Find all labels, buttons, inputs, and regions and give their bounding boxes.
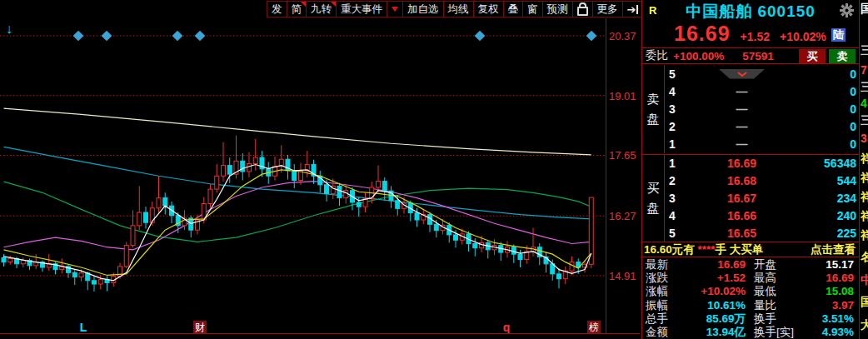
stat-label: 最高	[751, 272, 809, 285]
buy-depth: 买盘 116.6956348216.68544316.67234416.6624…	[642, 154, 859, 242]
price-change-pct: +10.02%	[780, 30, 826, 43]
depth-row[interactable]: 216.68544	[665, 172, 859, 190]
depth-row[interactable]: 416.66240	[665, 207, 859, 224]
candle	[396, 201, 400, 208]
stat-label: 金额	[642, 326, 684, 339]
buy-depth-label: 买盘	[642, 155, 665, 242]
depth-price: 16.66	[687, 209, 796, 222]
bottom-label: 榜	[588, 322, 599, 333]
depth-volume: 225	[796, 227, 859, 240]
candle	[357, 202, 361, 207]
down-arrow-icon: ↓	[6, 22, 12, 36]
candle	[150, 208, 154, 222]
stat-label: 涨幅	[642, 285, 684, 298]
depth-price: 16.65	[687, 227, 796, 240]
candle	[454, 235, 458, 240]
kline-chart[interactable]: ↓L财q榜	[0, 18, 606, 337]
axis-line	[606, 18, 606, 333]
big-order-view-link[interactable]: 点击查看	[811, 242, 856, 257]
toolbar: 发简九转重大事件加自选均线复权叠窗预测更多➔	[267, 1, 659, 17]
buy-button[interactable]: 买	[799, 49, 826, 63]
clipped-char: 中	[861, 273, 868, 288]
depth-level: 3	[665, 102, 687, 116]
depth-row[interactable]: 516.65225	[665, 224, 859, 242]
candle	[247, 163, 252, 171]
depth-row[interactable]: 1—0	[665, 136, 859, 153]
depth-level: 1	[665, 157, 687, 170]
big-order-alert[interactable]: 16.60元有 ****手 大买单 点击查看	[642, 242, 859, 257]
candle	[518, 254, 522, 259]
depth-row[interactable]: 50	[665, 65, 859, 82]
candle	[382, 182, 387, 192]
toolbar-tb-overlay[interactable]: 叠	[503, 1, 524, 17]
depth-row[interactable]: 3—0	[665, 100, 859, 117]
clipped-char: 4	[861, 97, 867, 110]
depth-row[interactable]: 316.67234	[665, 190, 859, 207]
collapse-chevron-icon[interactable]	[719, 69, 766, 79]
toolbar-tb-window[interactable]: 窗	[522, 1, 543, 17]
toolbar-tb-ma[interactable]: 均线	[443, 1, 474, 17]
depth-price: —	[687, 137, 796, 151]
candle	[415, 213, 419, 220]
clipped-char: 大	[861, 318, 868, 333]
depth-price: 16.69	[687, 157, 796, 170]
sell-button[interactable]: 卖	[829, 49, 856, 63]
clipped-char: 三	[861, 80, 868, 95]
price-axis: 20.3719.0117.6516.2714.91	[609, 0, 641, 339]
diamond-marker	[73, 31, 84, 42]
depth-row[interactable]: 4—0	[665, 82, 859, 100]
candle	[253, 157, 257, 163]
depth-level: 5	[665, 227, 687, 240]
candle	[79, 273, 83, 277]
candle	[131, 226, 135, 246]
clipped-char: 7	[861, 63, 867, 77]
stat-label: 开盘	[751, 258, 809, 272]
candle	[434, 224, 438, 230]
ma-yellow	[4, 170, 591, 276]
toolbar-major-events-dropdown[interactable]	[387, 1, 403, 17]
clipped-char: 祥	[861, 209, 868, 224]
lock-icon	[577, 7, 588, 16]
big-order-segment: 元有	[672, 243, 698, 256]
toolbar-tb-fa[interactable]: 发	[267, 1, 287, 17]
candle	[337, 186, 342, 197]
depth-level: 5	[665, 67, 687, 81]
candle	[21, 261, 25, 264]
sell-depth: 卖盘 504—03—02—01—0	[642, 65, 859, 153]
stock-title: 中国船舶 600150	[642, 1, 859, 22]
depth-volume: 0	[796, 137, 859, 151]
stat-value: 15.17	[809, 258, 859, 272]
stat-label: 最新	[642, 258, 684, 272]
stat-label: 量比	[751, 299, 809, 312]
app-window: 发简九转重大事件加自选均线复权叠窗预测更多➔ ↓L财q榜 20.3719.011…	[0, 0, 868, 339]
candle	[241, 161, 245, 172]
settings-gear-icon[interactable]	[840, 3, 854, 21]
toolbar-tb-jian[interactable]: 简	[287, 1, 307, 17]
toolbar-tb-jiuzhuan[interactable]: 九转	[306, 1, 337, 17]
candle	[222, 166, 226, 177]
stat-value: 16.69	[684, 258, 751, 272]
big-order-text: 16.60元有 ****手 大买单	[644, 242, 763, 257]
diamond-marker	[475, 31, 486, 42]
depth-level: 2	[665, 120, 687, 133]
y-axis-tick: 19.01	[609, 89, 636, 102]
toolbar-tb-major-events[interactable]: 重大事件	[336, 1, 387, 17]
depth-row[interactable]: 2—0	[665, 118, 859, 136]
toolbar-tb-add-watchlist[interactable]: 加自选	[402, 1, 444, 17]
toolbar-tb-forecast[interactable]: 预测	[542, 1, 573, 17]
toolbar-tb-adjust[interactable]: 复权	[473, 1, 504, 17]
weibi-value: +100.00%	[673, 50, 724, 62]
stat-label: 换手[实]	[751, 326, 809, 339]
toolbar-lock[interactable]	[572, 1, 593, 17]
depth-level: 2	[665, 174, 687, 187]
ma-green	[4, 182, 591, 242]
clipped-char: 祥	[861, 171, 868, 186]
clipped-char: 名	[861, 250, 868, 265]
depth-volume: 56348	[796, 157, 859, 170]
depth-price: —	[687, 102, 796, 116]
clipped-side-strip: 国三7三4三3祥祥祥祥祥名中国大	[861, 0, 868, 339]
weibi-row: 委比 +100.00% 57591 买 卖	[642, 47, 859, 64]
chevron-down-icon	[392, 7, 398, 12]
limit-up-badge: 陆	[831, 28, 846, 42]
depth-row[interactable]: 116.6956348	[665, 155, 859, 172]
